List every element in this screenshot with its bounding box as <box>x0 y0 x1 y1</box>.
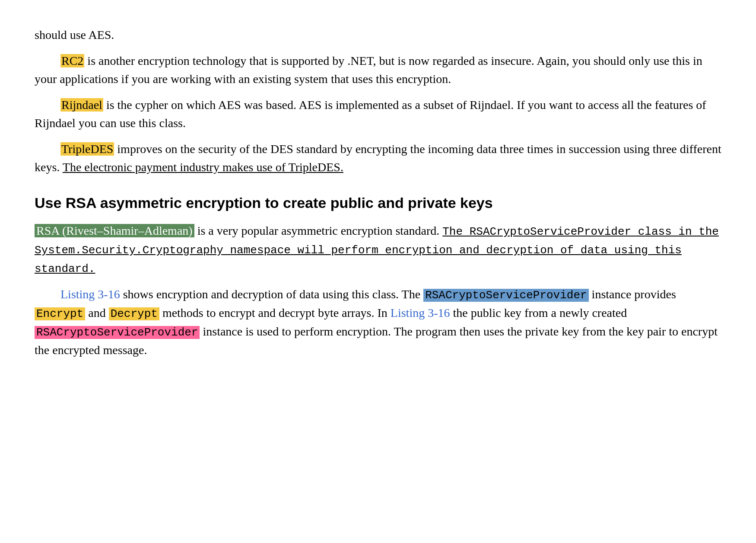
listing-link-1[interactable]: Listing 3-16 <box>60 287 120 301</box>
listing-body-before: shows encryption and decryption of data … <box>120 287 423 301</box>
tripledes-paragraph: TripleDES improves on the security of th… <box>35 140 721 176</box>
tripledes-link: The electronic payment industry makes us… <box>63 160 343 174</box>
rsa-term: RSA (Rivest–Shamir–Adleman) <box>35 224 194 237</box>
rsa-provider-blue: RSACryptoServiceProvider <box>423 289 588 302</box>
rijndael-body: is the cypher on which AES was based. AE… <box>35 98 706 130</box>
listing-body-middle3: methods to encrypt and decrypt byte arra… <box>159 306 391 319</box>
encrypt-term: Encrypt <box>35 307 85 320</box>
listing-paragraph: Listing 3-16 shows encryption and decryp… <box>35 285 721 359</box>
rc2-paragraph: RC2 is another encryption technology tha… <box>35 52 721 88</box>
rsa-body-before: is a very popular asymmetric encryption … <box>194 224 443 237</box>
tripledes-term: TripleDES <box>60 142 114 156</box>
listing-body-middle1: instance provides <box>589 287 676 301</box>
listing-body-middle2: and <box>85 306 108 319</box>
intro-line: should use AES. <box>35 26 721 44</box>
rijndael-term: Rijndael <box>60 98 103 112</box>
intro-text-content: should use AES. <box>35 28 114 42</box>
rsa-paragraph: RSA (Rivest–Shamir–Adleman) is a very po… <box>35 222 721 278</box>
rsa-provider-pink: RSACryptoServiceProvider <box>35 326 200 339</box>
rijndael-paragraph: Rijndael is the cypher on which AES was … <box>35 96 721 132</box>
rc2-body: is another encryption technology that is… <box>35 54 702 86</box>
decrypt-term: Decrypt <box>109 307 159 320</box>
listing-body-middle4: the public key from a newly created <box>450 306 627 319</box>
rc2-term: RC2 <box>60 54 84 67</box>
listing-link-2[interactable]: Listing 3-16 <box>391 306 450 319</box>
section-heading: Use RSA asymmetric encryption to create … <box>35 192 721 214</box>
